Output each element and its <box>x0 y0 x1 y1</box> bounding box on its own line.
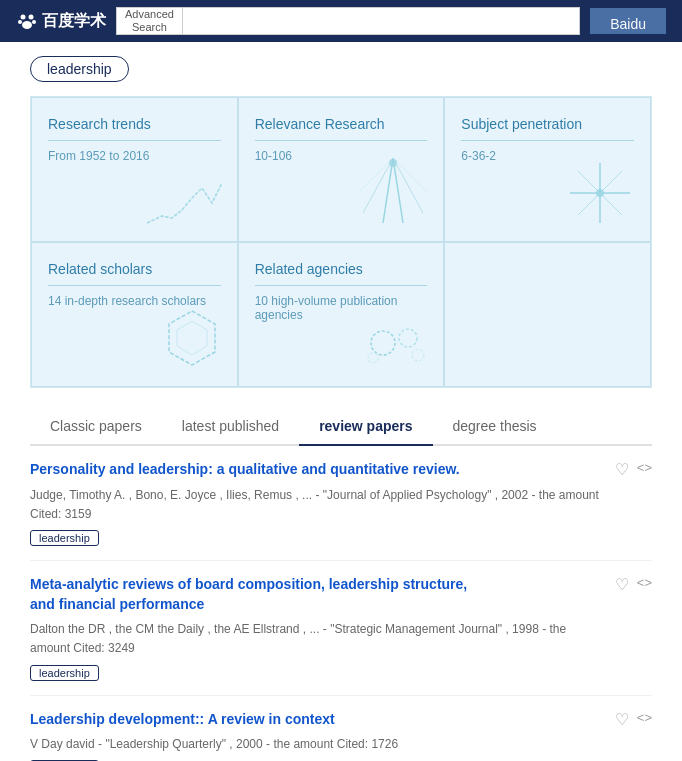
card-subtitle-subject-penetration: 6-36-2 <box>461 149 496 163</box>
tab-latest[interactable]: latest published <box>162 408 299 444</box>
card-title-relevance-research: Relevance Research <box>255 116 385 132</box>
paper-3-meta-row: Leadership development:: A review in con… <box>30 710 652 755</box>
svg-point-11 <box>389 159 397 167</box>
paper-3-title-wrap: Leadership development:: A review in con… <box>30 710 605 755</box>
paper-2-authors: Dalton the DR , the CM the Daily , the A… <box>30 622 327 636</box>
papers-list: Personality and leadership: a qualitativ… <box>30 446 652 761</box>
header: 百度学术 Advanced Search Baidu <box>0 0 682 42</box>
search-tag[interactable]: leadership <box>30 56 129 82</box>
paper-2-actions: ♡ <> <box>615 573 652 597</box>
paper-2-year: 1998 <box>512 622 539 636</box>
paper-3-journal: "Leadership Quarterly" <box>105 737 226 751</box>
svg-point-4 <box>22 21 32 29</box>
baidu-search-button[interactable]: Baidu <box>590 8 666 34</box>
svg-point-2 <box>18 20 22 24</box>
paper-1-title-wrap: Personality and leadership: a qualitativ… <box>30 460 605 524</box>
card-related-agencies[interactable]: Related agencies 10 high-volume publicat… <box>238 242 445 387</box>
cards-grid: Research trends From 1952 to 2016 Releva… <box>30 96 652 388</box>
paper-1-tag[interactable]: leadership <box>30 530 99 546</box>
card-related-scholars[interactable]: Related scholars 14 in-depth research sc… <box>31 242 238 387</box>
paper-1-sep2: - <box>531 488 538 502</box>
paper-3-sep: , <box>229 737 236 751</box>
card-title-subject-penetration: Subject penetration <box>461 116 582 132</box>
advanced-search-label[interactable]: Advanced Search <box>117 8 183 34</box>
logo-text: 百度学术 <box>42 11 106 32</box>
card-subject-penetration[interactable]: Subject penetration 6-36-2 <box>444 97 651 242</box>
card-empty <box>444 242 651 387</box>
search-bar: Advanced Search <box>116 7 580 35</box>
paper-3-authors: V Day david - <box>30 737 102 751</box>
card-subtitle-relevance-research: 10-106 <box>255 149 292 163</box>
paper-1-journal: "Journal of Applied Psychology" <box>323 488 492 502</box>
card-research-trends[interactable]: Research trends From 1952 to 2016 <box>31 97 238 242</box>
svg-marker-21 <box>169 311 215 365</box>
paper-3-heart-icon[interactable]: ♡ <box>615 708 629 732</box>
tab-review[interactable]: review papers <box>299 408 432 446</box>
svg-line-18 <box>578 193 600 215</box>
starburst-visual <box>560 158 640 231</box>
search-input[interactable] <box>183 10 579 33</box>
paper-2-sep2: - <box>542 622 549 636</box>
dots-visual <box>363 313 433 376</box>
paper-3-code-icon[interactable]: <> <box>637 708 652 732</box>
paper-1-actions: ♡ <> <box>615 458 652 482</box>
svg-point-0 <box>21 15 26 20</box>
logo: 百度学术 <box>16 10 106 32</box>
paper-2-title[interactable]: Meta-analytic reviews of board compositi… <box>30 575 605 614</box>
svg-point-20 <box>596 189 604 197</box>
paper-2-heart-icon[interactable]: ♡ <box>615 573 629 597</box>
paper-3-actions: ♡ <> <box>615 708 652 732</box>
paper-1-code-icon[interactable]: <> <box>637 458 652 482</box>
paper-item-3: Leadership development:: A review in con… <box>30 696 652 761</box>
paper-2-details: Dalton the DR , the CM the Daily , the A… <box>30 620 605 658</box>
paper-2-title-wrap: Meta-analytic reviews of board compositi… <box>30 575 605 659</box>
svg-line-16 <box>578 171 600 193</box>
svg-point-1 <box>29 15 34 20</box>
tab-classic[interactable]: Classic papers <box>30 408 162 444</box>
card-title-research-trends: Research trends <box>48 116 151 132</box>
card-subtitle-related-agencies: 10 high-volume publication agencies <box>255 294 428 322</box>
svg-line-17 <box>600 171 622 193</box>
paper-3-details: V Day david - "Leadership Quarterly" , 2… <box>30 735 605 754</box>
paw-icon <box>16 10 38 32</box>
card-subtitle-related-scholars: 14 in-depth research scholars <box>48 294 206 308</box>
svg-line-19 <box>600 193 622 215</box>
paper-3-year: 2000 <box>236 737 263 751</box>
tabs-bar: Classic papers latest published review p… <box>30 408 652 446</box>
paper-2-tag[interactable]: leadership <box>30 665 99 681</box>
paper-1-meta-row: Personality and leadership: a qualitativ… <box>30 460 652 524</box>
svg-point-26 <box>368 353 378 363</box>
paper-1-heart-icon[interactable]: ♡ <box>615 458 629 482</box>
paper-2-meta-row: Meta-analytic reviews of board compositi… <box>30 575 652 659</box>
hexagon-visual <box>157 303 227 376</box>
paper-2-journal: "Strategic Management Journal" <box>330 622 502 636</box>
paper-3-cited: the amount Cited: 1726 <box>273 737 398 751</box>
tag-area: leadership <box>0 42 682 96</box>
card-title-related-scholars: Related scholars <box>48 261 152 277</box>
svg-point-23 <box>371 331 395 355</box>
trend-line-visual <box>147 168 227 231</box>
svg-marker-22 <box>177 321 207 355</box>
paper-1-title[interactable]: Personality and leadership: a qualitativ… <box>30 460 605 480</box>
paper-1-authors: Judge, Timothy A. , Bono, E. Joyce , Ili… <box>30 488 319 502</box>
paper-2-title-line2: and financial performance <box>30 596 204 612</box>
paper-item-2: Meta-analytic reviews of board compositi… <box>30 561 652 696</box>
card-title-related-agencies: Related agencies <box>255 261 363 277</box>
tab-degree[interactable]: degree thesis <box>433 408 557 444</box>
svg-point-24 <box>399 329 417 347</box>
paper-item-1: Personality and leadership: a qualitativ… <box>30 446 652 561</box>
scatter-visual <box>353 158 433 231</box>
card-relevance-research[interactable]: Relevance Research 10-106 <box>238 97 445 242</box>
paper-1-details: Judge, Timothy A. , Bono, E. Joyce , Ili… <box>30 486 605 524</box>
paper-2-code-icon[interactable]: <> <box>637 573 652 597</box>
svg-point-3 <box>32 20 36 24</box>
card-subtitle-research-trends: From 1952 to 2016 <box>48 149 149 163</box>
paper-3-title[interactable]: Leadership development:: A review in con… <box>30 710 605 730</box>
svg-point-25 <box>412 349 424 361</box>
paper-1-year: 2002 <box>501 488 528 502</box>
paper-2-title-line1: Meta-analytic reviews of board compositi… <box>30 576 467 592</box>
